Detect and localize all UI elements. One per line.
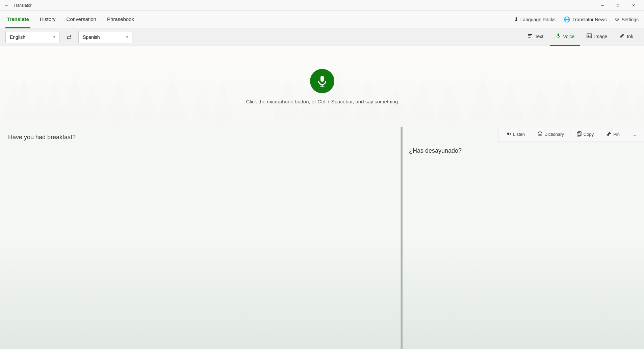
toolbar-separator-3	[600, 131, 600, 138]
source-panel-bg	[0, 127, 401, 349]
voice-input-area: Click the microphone button, or Ctrl + S…	[0, 46, 644, 127]
svg-rect-3	[558, 33, 559, 36]
listen-button[interactable]: Listen	[503, 129, 528, 140]
image-mode-icon	[587, 33, 592, 40]
nav-tabs: Translate History Conversation Phraseboo…	[5, 11, 514, 28]
microphone-button[interactable]	[310, 69, 334, 93]
download-icon: ⬇	[514, 16, 518, 23]
svg-rect-4	[558, 38, 559, 38]
more-button[interactable]: …	[629, 130, 640, 139]
tab-phrasebook[interactable]: Phrasebook	[106, 11, 135, 28]
translation-panels: Listen Dictionary Copy Pin …	[0, 127, 644, 349]
source-text: Have you had breakfast?	[8, 134, 76, 141]
app-title: Translator	[14, 3, 595, 8]
mic-hint-text: Click the microphone button, or Ctrl + S…	[246, 99, 398, 104]
svg-rect-34	[320, 86, 325, 87]
pin-button[interactable]: Pin	[603, 129, 623, 140]
target-lang-select[interactable]: Spanish ▾	[78, 31, 132, 43]
microphone-icon	[316, 75, 328, 87]
svg-rect-33	[321, 85, 323, 86]
mode-text-button[interactable]: Text	[522, 28, 549, 46]
minimize-button[interactable]: ─	[595, 0, 610, 11]
maximize-button[interactable]: □	[610, 0, 626, 11]
swap-languages-button[interactable]: ⇄	[63, 32, 74, 43]
mode-selector: Text Voice Image Ink	[522, 28, 639, 46]
back-button[interactable]: ←	[3, 1, 11, 9]
close-button[interactable]: ✕	[626, 0, 641, 11]
nav-bar: Translate History Conversation Phraseboo…	[0, 11, 644, 28]
target-text-panel: ¿Has desayunado?	[401, 127, 644, 349]
target-text: ¿Has desayunado?	[409, 147, 462, 154]
svg-rect-5	[587, 34, 592, 38]
target-lang-chevron: ▾	[126, 35, 128, 39]
svg-rect-32	[320, 76, 324, 82]
svg-rect-36	[578, 131, 581, 135]
source-text-panel: Have you had breakfast?	[0, 127, 401, 349]
lang-bar: English ▾ ⇄ Spanish ▾ Text Voice Image	[0, 28, 644, 46]
title-bar: ← Translator ─ □ ✕	[0, 0, 644, 11]
toolbar-separator-2	[570, 131, 570, 138]
mode-voice-button[interactable]: Voice	[550, 28, 580, 46]
target-panel-border	[401, 127, 403, 349]
text-mode-icon	[527, 33, 533, 40]
dictionary-icon	[537, 131, 543, 138]
ink-mode-icon	[619, 33, 625, 40]
voice-mode-icon	[556, 33, 561, 40]
settings-button[interactable]: ⚙ Settings	[615, 16, 639, 23]
svg-rect-37	[577, 132, 580, 136]
pin-icon	[606, 131, 612, 138]
tab-conversation[interactable]: Conversation	[65, 11, 98, 28]
svg-rect-1	[528, 35, 531, 36]
svg-rect-0	[528, 34, 532, 35]
speaker-icon	[506, 131, 511, 138]
toolbar-separator-4	[626, 131, 626, 138]
dictionary-button[interactable]: Dictionary	[534, 129, 567, 140]
tab-history[interactable]: History	[38, 11, 57, 28]
copy-button[interactable]: Copy	[573, 129, 597, 140]
gear-icon: ⚙	[615, 16, 619, 23]
translator-news-button[interactable]: 🌐 Translator News	[564, 16, 607, 23]
target-panel-bg	[401, 127, 644, 349]
svg-point-35	[538, 132, 542, 136]
mic-area: Click the microphone button, or Ctrl + S…	[0, 46, 644, 127]
tab-translate[interactable]: Translate	[5, 11, 30, 28]
source-lang-chevron: ▾	[53, 35, 55, 39]
window-controls: ─ □ ✕	[595, 0, 641, 11]
globe-icon: 🌐	[564, 16, 570, 23]
svg-rect-2	[528, 37, 531, 38]
toolbar-separator-1	[531, 131, 531, 138]
mode-ink-button[interactable]: Ink	[614, 28, 639, 46]
language-packs-button[interactable]: ⬇ Language Packs	[514, 16, 556, 23]
copy-icon	[576, 131, 582, 138]
source-lang-select[interactable]: English ▾	[5, 31, 59, 43]
mode-image-button[interactable]: Image	[581, 28, 613, 46]
svg-point-6	[588, 35, 589, 36]
nav-right: ⬇ Language Packs 🌐 Translator News ⚙ Set…	[514, 16, 639, 23]
translation-toolbar: Listen Dictionary Copy Pin …	[498, 127, 644, 142]
